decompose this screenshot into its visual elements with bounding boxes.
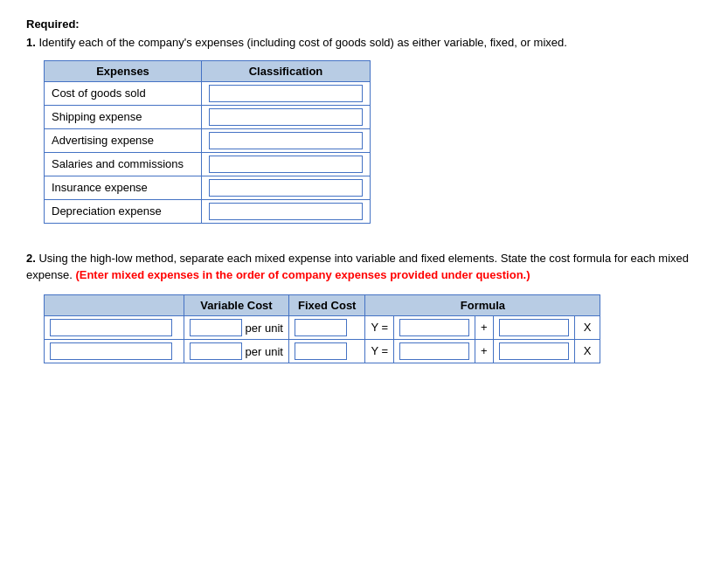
table-row: Salaries and commissions [45,152,371,176]
expense-name-cell: Shipping expense [45,105,202,128]
classification-input[interactable] [209,179,363,197]
fixed-cost-input[interactable] [295,342,347,360]
variable-cost-cell: per unit [184,315,289,339]
per-unit-label: per unit [242,321,283,334]
table-row: Depreciation expense [45,199,371,223]
classification-cell [202,176,371,199]
q2-text-highlight: (Enter mixed expenses in the order of co… [75,268,530,281]
plus-cell: + [475,339,494,363]
per-unit-label: per unit [242,344,283,357]
variable-cost-input[interactable] [190,319,242,336]
col-expenses-header: Expenses [45,60,202,81]
classification-cell [202,199,371,223]
question1-block: 1. Identify each of the company's expens… [26,34,702,224]
classification-cell [202,128,371,152]
formula-col4-header: Formula [365,294,600,315]
formula-value2-input[interactable] [499,342,569,360]
formula-value2-input[interactable] [499,319,569,336]
classification-cell [202,105,371,128]
expense-name-cell: Cost of goods sold [45,81,202,105]
formula-name-input[interactable] [50,342,172,360]
delete-row-button[interactable]: X [580,344,595,357]
required-label: Required: [26,17,702,31]
question1-text: 1. Identify each of the company's expens… [26,34,702,52]
formula-name-cell [45,315,184,339]
q1-text-body: Identify each of the company's expenses … [38,36,566,49]
fixed-cost-input[interactable] [295,319,347,336]
formula-value2-cell [493,339,574,363]
formula-table: Variable Cost Fixed Cost Formula per uni… [44,294,600,363]
variable-cost-cell: per unit [184,339,289,363]
formula-value-cell [394,315,475,339]
table-row: Advertising expense [45,128,371,152]
formula-name-cell [45,339,184,363]
formula-col2-header: Variable Cost [184,294,289,315]
q2-number: 2. [26,252,36,265]
col-classification-header: Classification [202,60,371,81]
delete-cell: X [574,339,600,363]
expense-name-cell: Salaries and commissions [45,152,202,176]
classification-input[interactable] [209,132,363,149]
table-row: Cost of goods sold [45,81,371,105]
table-row: Shipping expense [45,105,371,128]
formula-col1-header [45,294,184,315]
y-equals-cell: Y = [365,315,394,339]
delete-cell: X [574,315,600,339]
delete-row-button[interactable]: X [580,321,595,334]
classification-input[interactable] [209,85,363,102]
y-equals-cell: Y = [365,339,394,363]
formula-row: per unitY =+X [45,315,600,339]
expense-name-cell: Advertising expense [45,128,202,152]
fixed-cost-cell [288,339,364,363]
formula-row: per unitY =+X [45,339,600,363]
fixed-cost-cell [288,315,364,339]
expense-name-cell: Insurance expense [45,176,202,199]
classification-input[interactable] [209,156,363,173]
question2-text: 2. Using the high-low method, separate e… [26,250,702,284]
table-row: Insurance expense [45,176,371,199]
classification-cell [202,81,371,105]
classification-input[interactable] [209,203,363,220]
expense-name-cell: Depreciation expense [45,199,202,223]
q1-number: 1. [26,36,36,49]
question2-block: 2. Using the high-low method, separate e… [26,250,702,363]
classification-input[interactable] [209,108,363,126]
page-container: Required: 1. Identify each of the compan… [26,17,702,363]
formula-value-input[interactable] [399,342,469,360]
plus-cell: + [475,315,494,339]
formula-value-cell [394,339,475,363]
formula-name-input[interactable] [50,319,172,336]
classification-cell [202,152,371,176]
formula-value2-cell [493,315,574,339]
expenses-table: Expenses Classification Cost of goods so… [44,60,371,224]
formula-col3-header: Fixed Cost [288,294,364,315]
variable-cost-input[interactable] [190,342,242,360]
formula-value-input[interactable] [399,319,469,336]
